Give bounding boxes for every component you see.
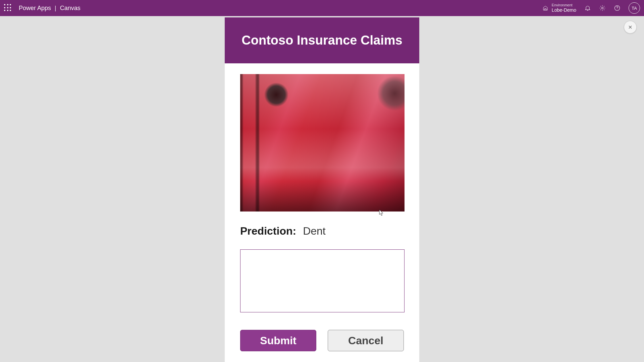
environment-name: Lobe-Demo [552, 7, 576, 13]
avatar[interactable]: TA [629, 2, 640, 14]
breadcrumb-separator: | [55, 5, 56, 11]
prediction-label: Prediction: [240, 225, 296, 237]
notifications-icon[interactable] [584, 5, 591, 11]
breadcrumb-context[interactable]: Canvas [60, 5, 80, 11]
button-row: Submit Cancel [240, 330, 404, 351]
claim-photo[interactable] [240, 74, 405, 212]
environment-selector[interactable]: Environment Lobe-Demo [542, 3, 576, 13]
svg-point-2 [617, 9, 618, 9]
avatar-initials: TA [632, 6, 637, 11]
breadcrumb-product[interactable]: Power Apps [19, 5, 51, 11]
environment-label: Environment [552, 3, 576, 7]
app-body: Prediction: Dent Submit Cancel [225, 63, 419, 362]
phone-app-frame: Contoso Insurance Claims Prediction: Den… [225, 17, 419, 362]
help-icon[interactable] [614, 5, 621, 11]
app-launcher-icon[interactable] [4, 4, 12, 12]
canvas-preview-area: Contoso Insurance Claims Prediction: Den… [0, 16, 644, 362]
breadcrumb: Power Apps | Canvas [19, 5, 80, 12]
environment-icon [542, 5, 548, 11]
app-title: Contoso Insurance Claims [241, 33, 402, 48]
svg-point-0 [602, 7, 603, 9]
app-title-bar: Contoso Insurance Claims [225, 17, 419, 63]
prediction-row: Prediction: Dent [240, 225, 404, 237]
settings-icon[interactable] [599, 5, 606, 11]
app-header-bar: Power Apps | Canvas Environment Lobe-Dem… [0, 0, 644, 16]
comment-input[interactable] [240, 249, 405, 312]
cancel-button[interactable]: Cancel [328, 330, 404, 351]
submit-button[interactable]: Submit [240, 330, 316, 351]
prediction-value: Dent [303, 225, 326, 237]
